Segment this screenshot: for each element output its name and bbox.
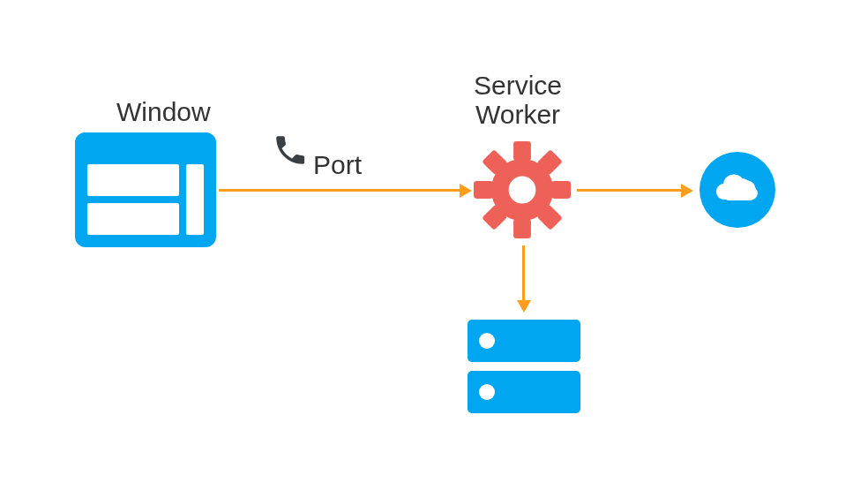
diagram-canvas: Window Port Service Worker xyxy=(0,0,868,498)
gear-icon xyxy=(474,141,571,242)
cloud-icon xyxy=(700,152,775,231)
svg-rect-3 xyxy=(87,203,179,235)
svg-rect-8 xyxy=(551,181,571,199)
svg-rect-6 xyxy=(513,219,531,238)
service-worker-label-line2: Worker xyxy=(475,100,560,129)
arrow-service-worker-to-cache xyxy=(522,245,525,302)
arrow-window-to-service-worker xyxy=(219,189,461,192)
arrow-head-service-worker-to-cache xyxy=(517,300,531,313)
arrow-head-window-to-service-worker xyxy=(460,184,472,198)
arrow-service-worker-to-cloud xyxy=(577,189,683,192)
svg-point-14 xyxy=(509,177,536,204)
cache-icon xyxy=(468,320,580,420)
svg-rect-1 xyxy=(75,132,216,157)
svg-rect-7 xyxy=(474,181,493,199)
svg-point-23 xyxy=(479,384,495,400)
svg-rect-2 xyxy=(87,164,179,196)
window-icon xyxy=(75,132,216,251)
svg-point-21 xyxy=(479,333,495,349)
svg-rect-5 xyxy=(513,141,531,161)
svg-rect-4 xyxy=(186,164,204,235)
window-label: Window xyxy=(116,97,211,126)
phone-icon xyxy=(272,132,309,172)
service-worker-label: Service Worker xyxy=(474,71,562,129)
svg-rect-19 xyxy=(724,192,754,200)
port-label: Port xyxy=(313,150,362,179)
service-worker-label-line1: Service xyxy=(474,71,562,100)
arrow-head-service-worker-to-cloud xyxy=(681,184,693,198)
